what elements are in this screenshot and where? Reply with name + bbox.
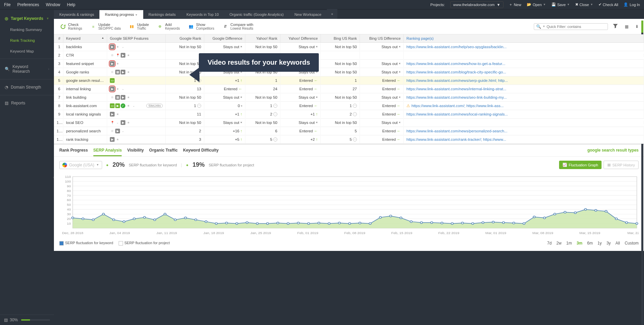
fluctuation-graph-button[interactable]: 📈Fluctuation Graph (559, 161, 602, 169)
table-row[interactable]: 8link-assistant.com▭▶✓★⌄SiteLinks1⋯0•1⋯E… (54, 102, 644, 110)
range-Custom[interactable]: Custom (625, 241, 639, 246)
table-row[interactable]: 7link building♔▦▶★Not in top 50Stays out… (54, 93, 644, 102)
menu-help[interactable]: Help (67, 2, 75, 7)
sidebar-ranking-summary[interactable]: Ranking Summary (0, 24, 54, 35)
check-rankings-button[interactable]: CheckRankings (57, 21, 85, 32)
header-keyword[interactable]: Keyword ▲ (63, 34, 107, 42)
close-button[interactable]: ✖Close▼ (575, 2, 593, 7)
project-selector[interactable]: www.thelabradorsite.com ▼ (450, 1, 503, 8)
header-index[interactable]: # (54, 34, 63, 42)
tasks-icon: ▤ (4, 318, 8, 322)
quick-filter[interactable]: 🔍▼ (534, 23, 608, 30)
ltab-visibility[interactable]: Visibility (127, 148, 144, 156)
sidebar-keyword-research[interactable]: 🔍Keyword Research› (0, 61, 54, 77)
grid-icon[interactable]: ▦ (625, 24, 628, 29)
menu-window[interactable]: Window (46, 2, 60, 7)
svg-text:Feb, 22 2019: Feb, 22 2019 (438, 231, 459, 235)
header-yahoo-diff[interactable]: Yahoo! Difference (280, 34, 321, 42)
chevron-down-icon: ▼ (497, 3, 500, 7)
update-traffic-button[interactable]: ▮▮UpdateTraffic (126, 21, 151, 32)
sidebar-target-keywords[interactable]: ◎Target Keywords▼ (0, 13, 54, 24)
update-seo-button[interactable]: ≡UpdateSEO/PPC data (88, 21, 124, 32)
sidebar-keyword-map[interactable]: Keyword Map (0, 46, 54, 57)
range-1m[interactable]: 1m (566, 241, 572, 246)
login-button[interactable]: 👤Log In (623, 2, 640, 7)
svg-point-44 (287, 223, 289, 225)
lower-panel: Rank Progress SERP Analysis Visibility O… (54, 144, 644, 251)
show-competitors-button[interactable]: 👥ShowCompetitors (185, 21, 217, 32)
svg-text:Jan, 04 2019: Jan, 04 2019 (110, 231, 130, 235)
header-bing-rank[interactable]: Bing US Rank (321, 34, 360, 42)
header-google-rank[interactable]: Google Rank (166, 34, 204, 42)
legend-prj-checkbox[interactable]: SERP fluctuation for project (119, 241, 170, 246)
svg-point-69 (543, 217, 546, 219)
header-bing-diff[interactable]: Bing US Difference (360, 34, 404, 42)
save-button[interactable]: 💾Save▼ (551, 2, 570, 7)
check-all-button[interactable]: ✔Check All (599, 2, 618, 7)
table-row[interactable]: 9local ranking signals▶★11+1↑2⋯+1↑2⋯Ente… (54, 110, 644, 119)
fluct-prj-pct: 19% (192, 161, 205, 168)
svg-point-58 (431, 222, 433, 224)
table-row[interactable]: 6internal linking▶★⌄13Entered←24Entered←… (54, 85, 644, 93)
ltab-rank-progress[interactable]: Rank Progress (59, 148, 88, 156)
search-engine-selector[interactable]: Google (USA) ▼ (59, 161, 102, 169)
menu-preferences[interactable]: Preferences (17, 2, 39, 7)
serp-history-button[interactable]: ▦SERP History (604, 161, 639, 169)
tab-keywords-rankings[interactable]: Keywords & rankings (54, 10, 99, 19)
svg-text:110: 110 (65, 175, 71, 178)
table-row[interactable]: 10local SEO📍⌄▶★Not in top 50Stays out✕No… (54, 119, 644, 127)
table-row[interactable]: 4Google ranks♔▦▶★Not in top 50Stays out✕… (54, 68, 644, 76)
tab-ranking-progress[interactable]: Ranking progress ▼ (99, 10, 143, 19)
reports-icon: ▤ (5, 101, 8, 105)
compare-button[interactable]: ⇵Compare withLowest Results (220, 21, 256, 32)
range-3m[interactable]: 3m (577, 241, 582, 246)
header-serp-features[interactable]: Google SERP Features (107, 34, 166, 42)
filter-icon[interactable] (613, 23, 618, 30)
table-row[interactable]: 11personalized search♔▶⌄2+16↑6Entered←5E… (54, 127, 644, 135)
quick-filter-input[interactable] (547, 25, 606, 29)
range-3y[interactable]: 3y (607, 241, 611, 246)
sidebar-domain-strength[interactable]: ◔Domain Strength (0, 82, 54, 93)
svg-point-28 (123, 221, 125, 223)
range-6m[interactable]: 6m (587, 241, 593, 246)
tab-organic-traffic[interactable]: Organic traffic (Google Analytics) (224, 10, 289, 19)
range-7d[interactable]: 7d (547, 241, 552, 246)
download-icon[interactable]: ⬇ (635, 24, 639, 29)
sidebar-reports[interactable]: ▤Reports (0, 97, 54, 109)
ltab-organic-traffic[interactable]: Organic Traffic (149, 148, 178, 156)
svg-text:20: 20 (67, 217, 71, 221)
menu-file[interactable]: File (4, 2, 10, 7)
range-All[interactable]: All (615, 241, 620, 246)
table-row[interactable]: 3featured snippet▶★Not in top 50Stays ou… (54, 60, 644, 68)
table-row[interactable]: 5google search result types▭1⋯+1↑1Entere… (54, 76, 644, 85)
range-2w[interactable]: 2w (556, 241, 561, 246)
open-button[interactable]: 📂Open▼ (527, 2, 546, 7)
tab-rankings-details[interactable]: Rankings details (143, 10, 181, 19)
header-ranking-pages[interactable]: Ranking page(s) (404, 34, 644, 42)
top-menu: File Preferences Window Help (4, 2, 75, 7)
ltab-keyword-difficulty[interactable]: Keyword Difficulty (183, 148, 218, 156)
tab-add-workspace[interactable]: ＋ (327, 9, 337, 19)
tab-new-workspace[interactable]: New Workspace (289, 10, 327, 19)
add-keywords-button[interactable]: ⊕AddKeywords (154, 21, 183, 32)
svg-point-78 (636, 223, 638, 225)
header-google-diff[interactable]: Google Difference (204, 34, 245, 42)
table-row[interactable]: 12rank tracking▶★3+5↑5⋯+2↑5⋯Entered←http… (54, 135, 644, 144)
legend-kw-checkbox[interactable]: SERP fluctuation for keyword (59, 241, 113, 246)
ltab-serp-analysis[interactable]: SERP Analysis (93, 148, 122, 156)
search-icon: 🔍 (5, 67, 10, 71)
table-row[interactable]: 2CTR♔📍▶★ (54, 51, 644, 60)
table-row[interactable]: 1backlinks▶★⌄Not in top 50Stays out✕Not … (54, 43, 644, 51)
new-button[interactable]: ＋New (509, 2, 521, 7)
snippet-icon: ⌄ (121, 87, 125, 91)
svg-point-30 (143, 217, 146, 219)
tab-keywords-top10[interactable]: Keywords in Top 10 (181, 10, 224, 19)
svg-point-73 (584, 208, 587, 210)
range-1y[interactable]: 1y (597, 241, 602, 246)
svg-point-61 (461, 222, 464, 224)
svg-point-31 (154, 219, 156, 221)
header-yahoo-rank[interactable]: Yahoo! Rank (245, 34, 280, 42)
svg-text:90: 90 (67, 184, 71, 188)
sidebar-rank-tracking[interactable]: Rank Tracking (0, 35, 54, 46)
svg-point-68 (533, 216, 535, 218)
